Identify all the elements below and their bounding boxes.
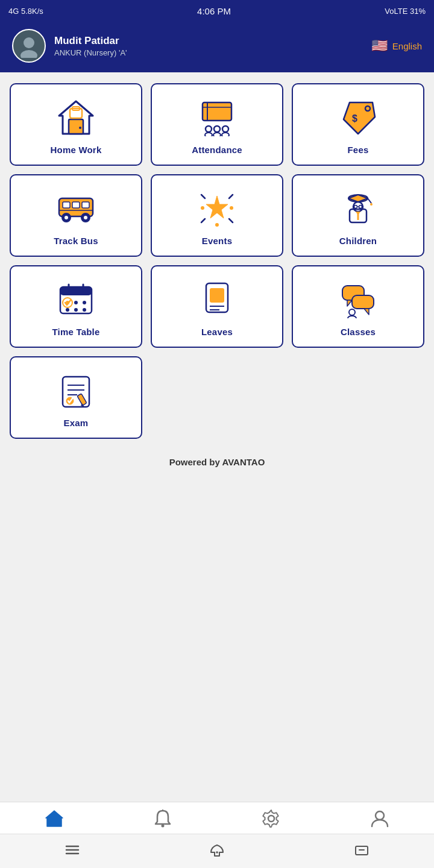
svg-marker-64 <box>364 309 369 315</box>
svg-rect-21 <box>82 202 89 208</box>
events-icon <box>195 189 239 228</box>
svg-point-66 <box>348 316 356 318</box>
card-classes[interactable]: Classes <box>292 265 424 348</box>
grid-area: Home Work Atte <box>0 72 434 802</box>
svg-point-54 <box>74 308 78 312</box>
timetable-icon <box>54 280 98 319</box>
svg-point-51 <box>74 301 78 304</box>
svg-rect-19 <box>63 202 70 208</box>
svg-rect-20 <box>72 202 80 208</box>
homework-icon <box>54 98 98 137</box>
leaves-icon <box>195 280 239 319</box>
svg-text:$: $ <box>352 113 357 124</box>
children-icon <box>336 189 380 228</box>
svg-point-55 <box>83 308 86 312</box>
svg-rect-75 <box>51 819 58 826</box>
svg-point-79 <box>376 811 384 820</box>
svg-point-14 <box>222 126 228 132</box>
card-events[interactable]: Events <box>151 174 283 257</box>
avatar <box>12 29 46 63</box>
bottom-nav <box>0 802 434 834</box>
user-class: ANKUR (Nursery) 'A' <box>54 48 127 57</box>
svg-point-34 <box>215 223 219 227</box>
card-attendance[interactable]: Attendance <box>151 83 283 166</box>
svg-point-12 <box>214 126 220 132</box>
svg-point-45 <box>370 203 373 206</box>
language-label: English <box>392 41 422 51</box>
status-right: VoLTE 31% <box>385 7 426 16</box>
user-info: Mudit Patidar ANKUR (Nursery) 'A' <box>54 35 127 57</box>
svg-point-53 <box>66 308 69 312</box>
card-exam[interactable]: Exam <box>10 356 142 439</box>
menu-grid: Home Work Atte <box>10 83 424 439</box>
card-trackbus[interactable]: Track Bus <box>10 174 142 257</box>
attendance-icon <box>195 98 239 137</box>
svg-rect-58 <box>210 288 224 303</box>
header-left: Mudit Patidar ANKUR (Nursery) 'A' <box>12 29 127 63</box>
svg-line-31 <box>229 219 233 222</box>
svg-line-28 <box>201 195 205 198</box>
svg-point-78 <box>268 816 274 822</box>
status-left: 4G 5.8K/s <box>8 7 43 16</box>
svg-marker-62 <box>347 300 352 306</box>
powered-by: Powered by AVANTAO <box>10 439 424 478</box>
timetable-label: Time Table <box>52 327 100 337</box>
svg-point-41 <box>354 206 357 209</box>
header: Mudit Patidar ANKUR (Nursery) 'A' 🇺🇸 Eng… <box>0 22 434 72</box>
status-time: 4:06 PM <box>197 6 231 16</box>
svg-point-1 <box>20 50 37 58</box>
card-timetable[interactable]: Time Table <box>10 265 142 348</box>
nav-notification[interactable] <box>153 808 173 829</box>
user-name: Mudit Patidar <box>54 35 127 47</box>
nav-settings[interactable] <box>261 808 281 829</box>
svg-point-83 <box>216 852 218 853</box>
svg-marker-40 <box>356 212 360 215</box>
svg-point-33 <box>230 206 233 210</box>
nav-home[interactable] <box>44 808 64 829</box>
svg-point-13 <box>213 133 221 136</box>
exam-icon <box>54 371 98 410</box>
android-back-button[interactable] <box>353 841 370 861</box>
svg-line-30 <box>201 219 205 222</box>
classes-icon <box>336 280 380 319</box>
card-fees[interactable]: $ Fees <box>292 83 424 166</box>
fees-icon: $ <box>336 98 380 137</box>
svg-point-0 <box>24 37 34 48</box>
card-children[interactable]: Children <box>292 174 424 257</box>
status-bar: 4G 5.8K/s 4:06 PM VoLTE 31% <box>0 0 434 22</box>
android-nav <box>0 834 434 868</box>
fees-label: Fees <box>348 145 369 155</box>
android-home-button[interactable] <box>209 841 225 861</box>
card-homework[interactable]: Home Work <box>10 83 142 166</box>
android-menu-button[interactable] <box>64 841 81 861</box>
svg-point-42 <box>359 206 362 209</box>
svg-point-4 <box>79 127 81 129</box>
svg-point-11 <box>205 133 212 136</box>
svg-point-76 <box>162 825 165 828</box>
svg-rect-63 <box>352 295 374 309</box>
trackbus-icon <box>54 189 98 228</box>
nav-profile[interactable] <box>370 808 390 829</box>
exam-label: Exam <box>64 418 89 428</box>
language-selector[interactable]: 🇺🇸 English <box>371 38 422 54</box>
children-label: Children <box>339 236 377 246</box>
svg-point-23 <box>64 216 68 219</box>
svg-line-44 <box>368 198 371 203</box>
classes-label: Classes <box>341 327 376 337</box>
leaves-label: Leaves <box>201 327 233 337</box>
events-label: Events <box>202 236 232 246</box>
trackbus-label: Track Bus <box>54 236 98 246</box>
card-leaves[interactable]: Leaves <box>151 265 283 348</box>
svg-point-65 <box>349 309 355 315</box>
flag-icon: 🇺🇸 <box>371 38 388 54</box>
homework-label: Home Work <box>51 145 102 155</box>
network-info: 4G 5.8K/s <box>8 7 43 16</box>
svg-rect-3 <box>69 119 83 134</box>
svg-point-10 <box>206 126 212 132</box>
svg-point-25 <box>84 216 87 219</box>
svg-marker-27 <box>206 196 228 218</box>
svg-point-52 <box>83 301 86 304</box>
battery-info: VoLTE 31% <box>385 7 426 16</box>
svg-rect-47 <box>60 287 92 295</box>
svg-line-29 <box>229 195 233 198</box>
